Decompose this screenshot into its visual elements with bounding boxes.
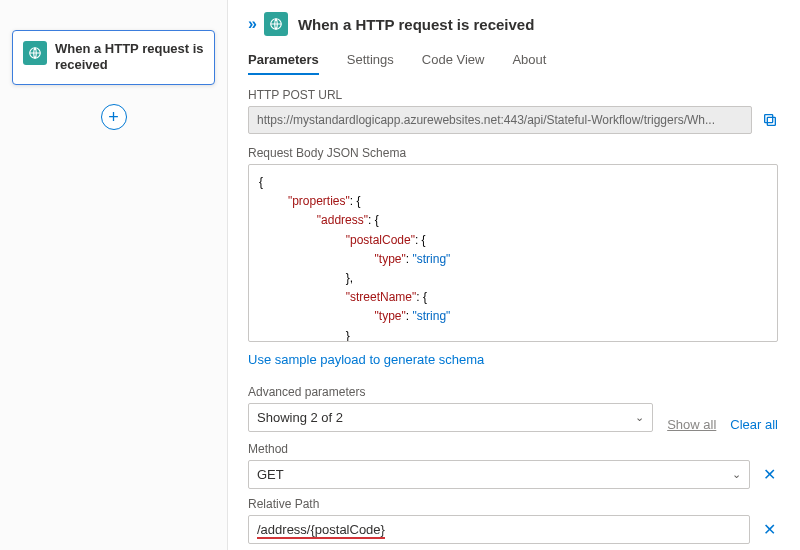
relative-path-input[interactable]: /address/{postalCode}: [248, 515, 750, 544]
method-select[interactable]: GET ⌄: [248, 460, 750, 489]
svg-rect-2: [767, 117, 775, 125]
trigger-card[interactable]: When a HTTP request is received: [12, 30, 215, 85]
panel-title: When a HTTP request is received: [298, 16, 534, 33]
tab-about[interactable]: About: [512, 46, 546, 75]
trigger-card-title: When a HTTP request is received: [55, 41, 204, 74]
remove-method-button[interactable]: ✕: [760, 465, 778, 484]
advanced-params-label: Advanced parameters: [248, 385, 653, 399]
tab-settings[interactable]: Settings: [347, 46, 394, 75]
schema-label: Request Body JSON Schema: [248, 146, 778, 160]
svg-rect-3: [765, 115, 773, 123]
tab-code-view[interactable]: Code View: [422, 46, 485, 75]
http-post-url-label: HTTP POST URL: [248, 88, 778, 102]
schema-editor[interactable]: { "properties": { "address": { "postalCo…: [248, 164, 778, 342]
http-trigger-icon: [23, 41, 47, 65]
method-label: Method: [248, 442, 778, 456]
clear-all-link[interactable]: Clear all: [730, 417, 778, 432]
chevron-down-icon: ⌄: [732, 468, 741, 481]
http-trigger-icon: [264, 12, 288, 36]
advanced-params-value: Showing 2 of 2: [257, 410, 343, 425]
chevron-down-icon: ⌄: [635, 411, 644, 424]
show-all-link[interactable]: Show all: [667, 417, 716, 432]
panel-tabs: Parameters Settings Code View About: [248, 46, 778, 76]
remove-relative-path-button[interactable]: ✕: [760, 520, 778, 539]
advanced-params-select[interactable]: Showing 2 of 2 ⌄: [248, 403, 653, 432]
workflow-canvas: When a HTTP request is received +: [0, 0, 228, 550]
use-sample-payload-link[interactable]: Use sample payload to generate schema: [248, 352, 484, 367]
method-value: GET: [257, 467, 284, 482]
tab-parameters[interactable]: Parameters: [248, 46, 319, 75]
collapse-panel-icon[interactable]: »: [248, 15, 254, 33]
copy-icon[interactable]: [762, 112, 778, 128]
http-post-url-field[interactable]: https://mystandardlogicapp.azurewebsites…: [248, 106, 752, 134]
trigger-config-panel: » When a HTTP request is received Parame…: [228, 0, 800, 550]
add-step-button[interactable]: +: [101, 104, 127, 130]
relative-path-label: Relative Path: [248, 497, 778, 511]
